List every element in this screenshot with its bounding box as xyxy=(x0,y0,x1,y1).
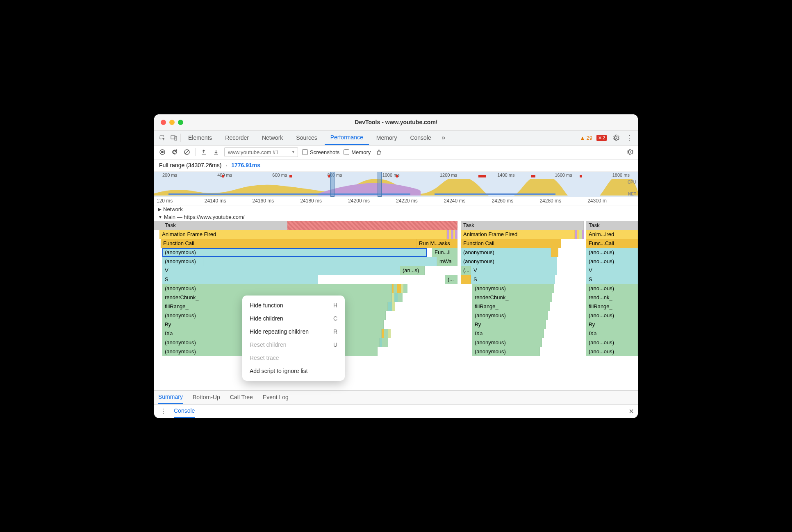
memory-checkbox[interactable]: Memory xyxy=(344,149,371,155)
device-toggle-icon[interactable] xyxy=(169,133,179,143)
chevron-right-icon: › xyxy=(226,163,228,168)
drawer-tab-console[interactable]: Console xyxy=(174,404,195,418)
maximize-window-button[interactable] xyxy=(178,120,183,125)
bottom-tabs: Summary Bottom-Up Call Tree Event Log xyxy=(154,390,638,404)
window-title: DevTools - www.youtube.com/ xyxy=(355,119,437,125)
tab-memory[interactable]: Memory xyxy=(371,130,403,145)
btab-bottomup[interactable]: Bottom-Up xyxy=(193,390,220,404)
record-icon[interactable] xyxy=(158,148,166,156)
cm-hide-children[interactable]: Hide childrenC xyxy=(242,312,345,325)
warnings-count: 29 xyxy=(586,135,592,141)
network-section-header[interactable]: ▶Network xyxy=(154,205,638,213)
traffic-lights xyxy=(154,120,183,125)
errors-count: 2 xyxy=(603,135,605,140)
titlebar: DevTools - www.youtube.com/ xyxy=(154,114,638,131)
upload-icon[interactable] xyxy=(200,148,208,156)
btab-summary[interactable]: Summary xyxy=(158,390,183,404)
more-tabs-icon[interactable]: » xyxy=(439,133,448,143)
clear-icon[interactable] xyxy=(183,148,191,156)
recording-select[interactable]: www.youtube.com #1 xyxy=(224,147,298,157)
time-breadcrumb[interactable]: Full range (34307.26ms) › 1776.91ms xyxy=(154,159,638,172)
separator xyxy=(195,148,196,156)
tab-recorder[interactable]: Recorder xyxy=(219,130,255,145)
expand-icon: ▶ xyxy=(158,207,162,211)
flame-col-3: Task Anim...ired Func...Call (ano...ous)… xyxy=(586,221,638,356)
overview-markers xyxy=(154,175,638,177)
settings-icon[interactable] xyxy=(611,133,621,143)
overview-strip[interactable]: 200 ms400 ms600 ms800 ms1000 ms1200 ms14… xyxy=(154,172,638,197)
download-icon[interactable] xyxy=(212,148,220,156)
tab-performance[interactable]: Performance xyxy=(325,130,369,145)
minimize-window-button[interactable] xyxy=(169,120,175,125)
errors-badge[interactable]: ✕ 2 xyxy=(596,135,607,141)
main-section-header[interactable]: ▼Main — https://www.youtube.com/ xyxy=(154,213,638,221)
garbage-collect-icon[interactable] xyxy=(375,148,383,156)
kebab-menu-icon[interactable]: ⋮ xyxy=(625,133,635,143)
close-window-button[interactable] xyxy=(161,120,166,125)
selected-range-label: 1776.91ms xyxy=(231,162,260,168)
range-handle-left[interactable] xyxy=(330,172,335,197)
cm-reset-children: Reset childrenU xyxy=(242,338,345,351)
frame-anim[interactable]: Animation Frame Fired xyxy=(159,230,447,239)
full-range-label: Full range (34307.26ms) xyxy=(159,162,222,168)
tab-sources[interactable]: Sources xyxy=(290,130,323,145)
tab-console[interactable]: Console xyxy=(404,130,437,145)
tab-network[interactable]: Network xyxy=(256,130,289,145)
screenshots-checkbox[interactable]: Screenshots xyxy=(302,149,339,155)
overview-cpu-chart xyxy=(154,179,638,196)
tab-elements[interactable]: Elements xyxy=(182,130,218,145)
flame-chart[interactable]: ▶Network ▼Main — https://www.youtube.com… xyxy=(154,205,638,390)
btab-eventlog[interactable]: Event Log xyxy=(263,390,289,404)
context-menu: Hide functionH Hide childrenC Hide repea… xyxy=(242,296,345,381)
drawer: ⋮ Console × xyxy=(154,404,638,418)
long-task-marker xyxy=(287,221,457,230)
cm-hide-function[interactable]: Hide functionH xyxy=(242,299,345,312)
cm-reset-trace: Reset trace xyxy=(242,351,345,364)
overview-net xyxy=(154,193,638,196)
frame-anon-selected[interactable]: (anonymous) xyxy=(162,248,427,257)
collapse-icon: ▼ xyxy=(158,215,162,219)
top-tabs: Elements Recorder Network Sources Perfor… xyxy=(154,131,638,146)
warnings-badge[interactable]: ▲ 29 xyxy=(580,135,592,141)
drawer-kebab-icon[interactable]: ⋮ xyxy=(158,406,168,416)
devtools-window: DevTools - www.youtube.com/ Elements Rec… xyxy=(154,114,638,418)
range-handle-right[interactable] xyxy=(378,172,382,197)
cm-add-ignore[interactable]: Add script to ignore list xyxy=(242,364,345,377)
drawer-close-icon[interactable]: × xyxy=(629,407,634,416)
cpu-label: CPU xyxy=(628,180,636,184)
tab-right-group: ▲ 29 ✕ 2 ⋮ xyxy=(580,133,635,143)
detail-time-ruler: 120 ms24140 ms24160 ms24180 ms24200 ms24… xyxy=(154,197,638,205)
net-label: NET xyxy=(628,192,636,196)
inspect-icon[interactable] xyxy=(157,133,167,143)
separator xyxy=(180,134,181,142)
frame-funccall[interactable]: Function Call xyxy=(161,239,416,248)
perf-toolbar: www.youtube.com #1 Screenshots Memory xyxy=(154,146,638,159)
svg-line-6 xyxy=(185,150,189,154)
svg-point-4 xyxy=(161,151,164,153)
btab-calltree[interactable]: Call Tree xyxy=(230,390,253,404)
panel-settings-icon[interactable] xyxy=(626,148,634,156)
cm-hide-repeating[interactable]: Hide repeating childrenR xyxy=(242,325,345,338)
flame-col-2: Task Animation Frame Fired Function Call… xyxy=(461,221,584,356)
reload-icon[interactable] xyxy=(171,148,179,156)
